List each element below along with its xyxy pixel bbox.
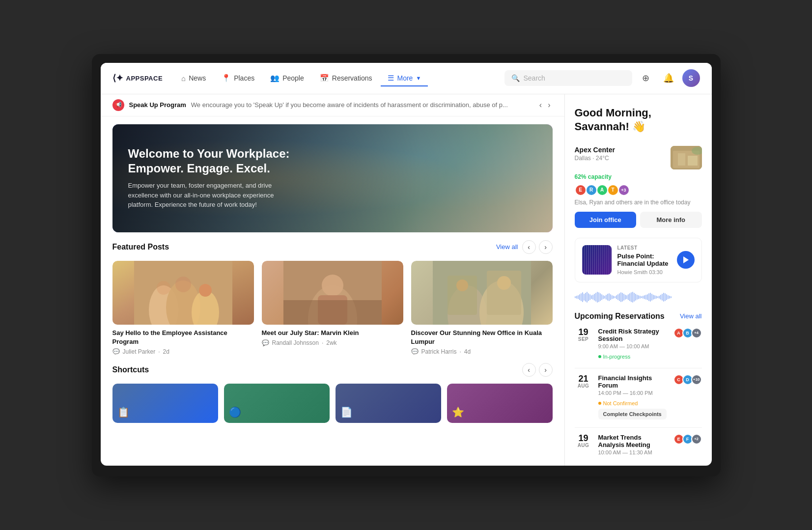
announce-icon: 📢 bbox=[112, 99, 124, 111]
search-icon: 🔍 bbox=[511, 74, 520, 82]
featured-posts-nav: ‹ › bbox=[522, 240, 553, 254]
announce-title: Speak Up Program bbox=[129, 101, 186, 109]
office-capacity: 62% capacity bbox=[575, 173, 702, 180]
join-office-button[interactable]: Join office bbox=[575, 212, 637, 228]
res-info-2: Financial Insights Forum 14:00 PM — 16:0… bbox=[598, 374, 668, 419]
shortcut-card-2[interactable]: 🔵 bbox=[224, 384, 330, 423]
office-location: Dallas · 24°C bbox=[575, 155, 615, 162]
announce-prev-button[interactable]: ‹ bbox=[537, 100, 544, 111]
shortcut-icon-4: ⭐ bbox=[452, 406, 464, 418]
comment-icon: 💬 bbox=[112, 348, 120, 355]
office-avatars-row: E R A T +3 bbox=[575, 184, 702, 196]
chevron-down-icon: ▼ bbox=[416, 75, 421, 81]
add-button[interactable]: ⊕ bbox=[637, 69, 655, 87]
podcast-play-button[interactable] bbox=[677, 251, 695, 269]
shortcuts-next-button[interactable]: › bbox=[539, 363, 553, 377]
shortcuts-section: Shortcuts ‹ › 📋 🔵 bbox=[101, 363, 564, 431]
logo-icon: ⟨✦ bbox=[112, 73, 123, 84]
main-layout: 📢 Speak Up Program We encourage you to '… bbox=[101, 94, 712, 466]
more-info-button[interactable]: More info bbox=[640, 212, 702, 228]
office-thumbnail bbox=[671, 146, 702, 169]
nav-item-more[interactable]: ☰ More ▼ bbox=[381, 70, 428, 86]
divider-1 bbox=[575, 368, 702, 368]
status-dot-2 bbox=[598, 402, 601, 405]
shortcuts-header: Shortcuts ‹ › bbox=[112, 363, 553, 377]
hero-subtitle: Empower your team, foster engagement, an… bbox=[128, 181, 285, 210]
post-image-2 bbox=[262, 261, 403, 325]
podcast-waveform bbox=[575, 292, 702, 302]
places-icon: 📍 bbox=[222, 74, 231, 83]
office-actions: Join office More info bbox=[575, 212, 702, 228]
shortcut-icon-2: 🔵 bbox=[229, 406, 241, 418]
reservation-item-1: 19 SEP Credit Risk Strategy Session 9:00… bbox=[575, 328, 702, 360]
nav-right: 🔍 ⊕ 🔔 S bbox=[504, 69, 700, 87]
post-meta-3: 💬 Patrick Harris · 4d bbox=[411, 348, 553, 355]
office-avatar-more: +3 bbox=[618, 184, 630, 196]
reservations-section: Upcoming Reservations View all 19 SEP Cr… bbox=[575, 312, 702, 457]
more-icon: ☰ bbox=[388, 74, 394, 83]
complete-checkpoints-button[interactable]: Complete Checkpoints bbox=[598, 409, 667, 419]
res-date-2: 21 AUG bbox=[575, 374, 592, 389]
search-input[interactable] bbox=[524, 74, 625, 82]
post-image-1 bbox=[112, 261, 254, 325]
post-card[interactable]: Meet our July Star: Marvin Klein 💬 Randa… bbox=[262, 261, 403, 355]
greeting-section: Good Morning,Savannah! 👋 bbox=[575, 106, 702, 134]
shortcuts-prev-button[interactable]: ‹ bbox=[522, 363, 536, 377]
podcast-section: LATEST Pulse Point: Financial Update How… bbox=[575, 238, 702, 302]
podcast-title: Pulse Point: Financial Update bbox=[617, 252, 671, 267]
post-card[interactable]: Discover Our Stunning New Office in Kual… bbox=[411, 261, 553, 355]
comment-icon-2: 💬 bbox=[262, 339, 269, 346]
nav-item-people[interactable]: 👥 People bbox=[263, 70, 311, 86]
office-avatar-2: R bbox=[586, 184, 597, 196]
office-card: Apex Center Dallas · 24°C bbox=[575, 146, 702, 228]
res-date-1: 19 SEP bbox=[575, 328, 592, 342]
reservation-item-3: 19 AUG Market Trends Analysis Meeting 10… bbox=[575, 434, 702, 457]
svg-rect-21 bbox=[678, 153, 685, 166]
post-title-2: Meet our July Star: Marvin Klein bbox=[262, 329, 403, 337]
res-status-2: Not Confirmed bbox=[598, 400, 638, 406]
res-info-3: Market Trends Analysis Meeting 10:00 AM … bbox=[598, 434, 668, 457]
svg-rect-11 bbox=[283, 300, 382, 325]
svg-rect-22 bbox=[688, 156, 698, 166]
office-people-text: Elsa, Ryan and others are in the office … bbox=[575, 199, 702, 206]
office-header: Apex Center Dallas · 24°C bbox=[575, 146, 702, 169]
shortcut-card-4[interactable]: ⭐ bbox=[447, 384, 553, 423]
featured-posts-view-all[interactable]: View all bbox=[496, 243, 518, 251]
app-logo[interactable]: ⟨✦ APPSPACE bbox=[112, 73, 163, 84]
nav-item-places[interactable]: 📍 Places bbox=[215, 70, 261, 86]
notification-bell-button[interactable]: 🔔 bbox=[660, 69, 677, 87]
user-avatar[interactable]: S bbox=[682, 69, 700, 87]
post-card[interactable]: Say Hello to the Employee Assistance Pro… bbox=[112, 261, 254, 355]
nav-items: ⌂ News 📍 Places 👥 People 📅 Reservations … bbox=[174, 70, 500, 86]
featured-posts-next-button[interactable]: › bbox=[539, 240, 553, 254]
post-title-3: Discover Our Stunning New Office in Kual… bbox=[411, 329, 553, 346]
res-avatars-1: A B +4 bbox=[673, 328, 702, 338]
office-avatar-3: A bbox=[596, 184, 608, 196]
announce-next-button[interactable]: › bbox=[546, 100, 552, 111]
featured-posts-section: Featured Posts View all ‹ › bbox=[101, 240, 564, 363]
content-area: 📢 Speak Up Program We encourage you to '… bbox=[101, 94, 564, 466]
nav-item-reservations[interactable]: 📅 Reservations bbox=[313, 70, 379, 86]
res-avatars-2: C D +10 bbox=[673, 374, 702, 385]
shortcut-card-1[interactable]: 📋 bbox=[112, 384, 218, 423]
post-meta-1: 💬 Juliet Parker · 2d bbox=[112, 348, 254, 355]
podcast-thumbnail bbox=[582, 245, 612, 275]
shortcut-card-3[interactable]: 📄 bbox=[336, 384, 441, 423]
shortcuts-grid: 📋 🔵 📄 ⭐ bbox=[112, 384, 553, 423]
post-title-1: Say Hello to the Employee Assistance Pro… bbox=[112, 329, 254, 346]
nav-item-news[interactable]: ⌂ News bbox=[174, 70, 213, 86]
posts-grid: Say Hello to the Employee Assistance Pro… bbox=[112, 261, 553, 355]
svg-point-4 bbox=[157, 281, 170, 295]
podcast-thumb-visual bbox=[582, 245, 612, 275]
shortcut-icon-3: 📄 bbox=[340, 406, 353, 418]
shortcuts-nav: ‹ › bbox=[522, 363, 553, 377]
search-bar[interactable]: 🔍 bbox=[504, 70, 632, 86]
reservations-view-all[interactable]: View all bbox=[680, 312, 702, 320]
svg-point-9 bbox=[322, 275, 343, 296]
announce-text: We encourage you to 'Speak Up' if you be… bbox=[191, 101, 532, 109]
hero-title: Welcome to Your Workplace:Empower. Engag… bbox=[128, 146, 537, 176]
res-status-1: In-progress bbox=[598, 354, 631, 360]
featured-posts-prev-button[interactable]: ‹ bbox=[522, 240, 536, 254]
svg-point-6 bbox=[199, 284, 212, 297]
res-date-3: 19 AUG bbox=[575, 434, 592, 448]
